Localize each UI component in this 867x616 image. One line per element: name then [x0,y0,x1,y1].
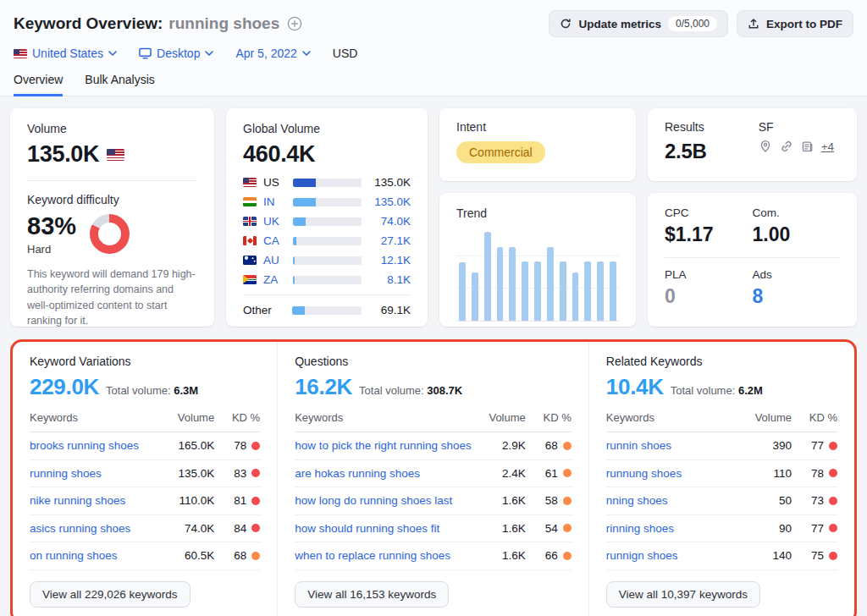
trend-bar [572,272,579,321]
keyword-link[interactable]: how to pick the right running shoes [295,439,472,452]
flag-us-icon [243,178,257,187]
trend-bar [497,247,504,321]
volume-bar-track [293,276,362,284]
keyword-kd: 68 [526,439,572,452]
table-row: how to pick the right running shoes2.9K6… [295,432,572,460]
keyword-link[interactable]: runnung shoes [606,467,737,480]
questions-section: Questions 16.2K Total volume: 308.7K Key… [278,342,589,616]
link-icon [780,140,793,153]
export-to-pdf-button[interactable]: Export to PDF [737,10,853,37]
table-row: rinning shoes9077 [606,515,837,543]
pla-value: 0 [665,285,753,308]
difficulty-description: This keyword will demand 179 high-author… [27,267,197,328]
volume-value: 135.0K [27,141,99,168]
col-volume: Volume [737,411,792,424]
table-row: runnin shoes39077 [606,432,837,460]
table-row: running shoes135.0K83 [30,460,260,488]
country-volume-value[interactable]: 8.1K [368,273,411,286]
filters-bar: United States Desktop Apr 5, 2022 USD [14,47,853,60]
keyword-link[interactable]: running shoes [30,467,160,480]
keyword-link[interactable]: nning shoes [606,494,737,507]
table-row: nike running shoes110.0K81 [30,487,260,515]
kd-status-dot [563,469,572,477]
date-selector[interactable]: Apr 5, 2022 [235,47,310,60]
keyword-link[interactable]: how long do running shoes last [295,494,472,507]
country-selector[interactable]: United States [14,47,117,60]
add-keyword-icon[interactable] [287,16,302,31]
table-header: Keywords Volume KD % [30,411,260,432]
tab-bulk-analysis[interactable]: Bulk Analysis [85,73,154,96]
total-volume-label: Total volume: [671,384,736,397]
page-title-label: Keyword Overview: [14,14,163,33]
intent-badge: Commercial [456,141,545,163]
country-code[interactable]: ZA [263,273,286,286]
keyword-link[interactable]: runnign shoes [606,549,737,562]
competition-value: 1.00 [753,223,841,246]
volume-bar-fill [293,256,295,265]
keyword-link[interactable]: runnin shoes [606,439,737,452]
country-volume-value[interactable]: 12.1K [368,254,411,267]
results-sf-card: Results 2.5B SF [648,108,857,181]
update-metrics-button[interactable]: Update metrics 0/5,000 [549,10,728,37]
volume-bar-track [292,306,362,315]
table-row: brooks running shoes165.0K78 [30,432,260,460]
trend-card: Trend [439,193,636,327]
chevron-down-icon [108,51,117,56]
competition-label: Com. [753,206,841,219]
country-code[interactable]: IN [263,195,286,208]
kd-status-dot [829,524,837,532]
date-selector-label: Apr 5, 2022 [235,47,296,60]
view-all-variations-button[interactable]: View all 229,026 keywords [30,581,191,608]
col-keywords: Keywords [606,411,737,424]
section-count: 10.4K [606,374,664,400]
trend-bar [509,247,516,321]
cpc-label: CPC [665,206,753,219]
table-row: when to replace running shoes1.6K66 [295,542,572,570]
global-volume-row: Other69.1K [243,304,411,316]
country-volume-value: 135.0K [368,176,411,189]
country-volume-value[interactable]: 74.0K [368,215,411,228]
volume-bar-track [293,198,362,206]
keyword-link[interactable]: on running shoes [30,549,160,562]
keyword-link[interactable]: brooks running shoes [30,439,160,452]
trend-label: Trend [456,206,619,220]
country-volume-value[interactable]: 27.1K [368,234,411,247]
total-volume-label: Total volume: [106,384,171,397]
intent-label: Intent [456,120,619,134]
keyword-kd: 66 [526,549,572,562]
tab-overview[interactable]: Overview [14,73,63,96]
country-code[interactable]: UK [263,215,286,228]
keyword-volume: 74.0K [160,522,214,535]
keyword-link[interactable]: when to replace running shoes [295,549,472,562]
trend-bar [560,261,566,321]
table-row: runnung shoes11078 [606,460,837,488]
keyword-variations-section: Keyword Variations 229.0K Total volume: … [13,342,278,616]
col-volume: Volume [472,411,526,424]
flag-us-icon [14,49,27,58]
keyword-difficulty-level: Hard [27,243,76,256]
keyword-volume: 1.6K [472,522,526,535]
view-all-questions-button[interactable]: View all 16,153 keywords [295,581,449,608]
keyword-volume: 165.0K [160,439,214,452]
questions-table: how to pick the right running shoes2.9K6… [295,432,572,570]
keyword-link[interactable]: how should running shoes fit [295,522,472,535]
volume-bar-track [293,179,362,187]
trend-bar [534,261,541,321]
keyword-link[interactable]: rinning shoes [606,522,737,535]
country-code[interactable]: AU [263,254,286,267]
sf-more-link[interactable]: +4 [821,140,834,153]
device-selector[interactable]: Desktop [139,47,213,60]
keyword-link[interactable]: are hokas running shoes [295,467,472,480]
table-row: asics running shoes74.0K84 [30,515,260,543]
keyword-kd: 73 [792,494,837,507]
view-all-related-button[interactable]: View all 10,397 keywords [606,581,760,608]
page-title: Keyword Overview: running shoes [14,14,302,33]
country-volume-value[interactable]: 135.0K [368,195,411,208]
ads-value[interactable]: 8 [753,285,841,308]
keyword-link[interactable]: nike running shoes [30,494,160,507]
keyword-kd: 75 [792,549,837,562]
volume-label: Volume [27,122,197,135]
country-code[interactable]: CA [263,234,286,247]
keyword-link[interactable]: asics running shoes [30,522,160,535]
total-volume-value: 6.3M [174,384,198,397]
